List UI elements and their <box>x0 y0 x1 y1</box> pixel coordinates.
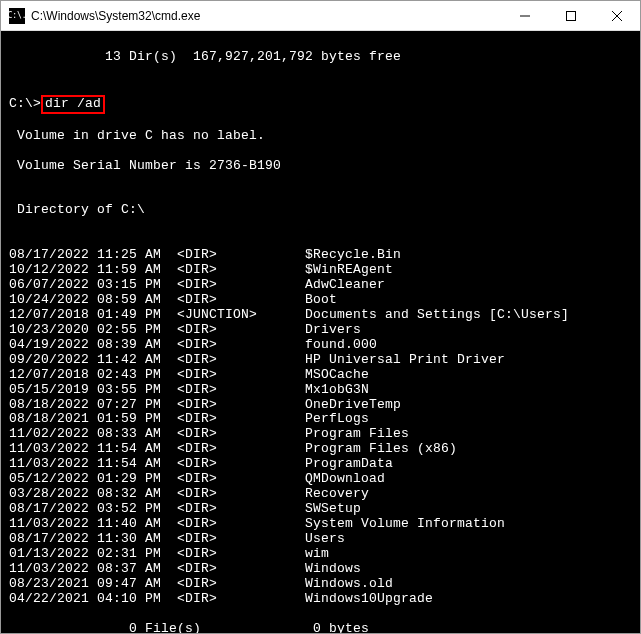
row-date: 11/03/2022 <box>9 442 97 457</box>
row-type: <DIR> <box>177 248 305 263</box>
listing-row: 10/23/202002:55 PM<DIR>Drivers <box>9 323 632 338</box>
listing-row: 04/22/202104:10 PM<DIR>Windows10Upgrade <box>9 592 632 607</box>
row-name: $WinREAgent <box>305 263 632 278</box>
row-name: OneDriveTemp <box>305 398 632 413</box>
row-time: 11:54 AM <box>97 442 177 457</box>
row-time: 11:54 AM <box>97 457 177 472</box>
maximize-icon <box>566 11 576 21</box>
row-name: ProgramData <box>305 457 632 472</box>
row-type: <DIR> <box>177 293 305 308</box>
row-time: 02:43 PM <box>97 368 177 383</box>
row-type: <DIR> <box>177 472 305 487</box>
row-name: System Volume Information <box>305 517 632 532</box>
row-date: 10/24/2022 <box>9 293 97 308</box>
file-summary-line: 0 File(s) 0 bytes <box>9 622 632 633</box>
row-time: 07:27 PM <box>97 398 177 413</box>
listing-row: 09/20/202211:42 AM<DIR>HP Universal Prin… <box>9 353 632 368</box>
row-type: <DIR> <box>177 562 305 577</box>
row-type: <DIR> <box>177 427 305 442</box>
row-date: 09/20/2022 <box>9 353 97 368</box>
row-type: <DIR> <box>177 353 305 368</box>
row-name: Windows10Upgrade <box>305 592 632 607</box>
row-type: <DIR> <box>177 457 305 472</box>
row-type: <DIR> <box>177 278 305 293</box>
row-date: 03/28/2022 <box>9 487 97 502</box>
listing-row: 08/17/202203:52 PM<DIR>SWSetup <box>9 502 632 517</box>
row-name: Drivers <box>305 323 632 338</box>
row-name: Program Files (x86) <box>305 442 632 457</box>
row-name: PerfLogs <box>305 412 632 427</box>
row-type: <DIR> <box>177 368 305 383</box>
listing-row: 11/03/202211:54 AM<DIR>ProgramData <box>9 457 632 472</box>
row-date: 10/23/2020 <box>9 323 97 338</box>
maximize-button[interactable] <box>548 1 594 31</box>
close-icon <box>612 11 622 21</box>
listing-row: 10/24/202208:59 AM<DIR>Boot <box>9 293 632 308</box>
console-area[interactable]: 13 Dir(s) 167,927,201,792 bytes free C:\… <box>1 31 640 633</box>
row-type: <DIR> <box>177 532 305 547</box>
close-button[interactable] <box>594 1 640 31</box>
row-date: 11/03/2022 <box>9 457 97 472</box>
row-date: 04/22/2021 <box>9 592 97 607</box>
cmd-window: C:\. C:\Windows\System32\cmd.exe 13 Dir(… <box>0 0 641 634</box>
window-title: C:\Windows\System32\cmd.exe <box>31 9 502 23</box>
row-time: 03:55 PM <box>97 383 177 398</box>
row-name: Boot <box>305 293 632 308</box>
row-name: SWSetup <box>305 502 632 517</box>
app-icon: C:\. <box>9 8 25 24</box>
row-time: 04:10 PM <box>97 592 177 607</box>
row-time: 11:40 AM <box>97 517 177 532</box>
row-name: QMDownload <box>305 472 632 487</box>
row-name: Windows.old <box>305 577 632 592</box>
listing-row: 10/12/202211:59 AM<DIR>$WinREAgent <box>9 263 632 278</box>
row-time: 11:59 AM <box>97 263 177 278</box>
row-name: MSOCache <box>305 368 632 383</box>
listing-row: 03/28/202208:32 AM<DIR>Recovery <box>9 487 632 502</box>
row-type: <DIR> <box>177 592 305 607</box>
listing-row: 11/03/202208:37 AM<DIR>Windows <box>9 562 632 577</box>
row-type: <DIR> <box>177 323 305 338</box>
listing-row: 08/18/202101:59 PM<DIR>PerfLogs <box>9 412 632 427</box>
row-name: AdwCleaner <box>305 278 632 293</box>
listing-row: 05/12/202201:29 PM<DIR>QMDownload <box>9 472 632 487</box>
row-date: 08/17/2022 <box>9 532 97 547</box>
row-type: <DIR> <box>177 442 305 457</box>
row-type: <DIR> <box>177 383 305 398</box>
row-type: <DIR> <box>177 338 305 353</box>
row-name: wim <box>305 547 632 562</box>
row-time: 01:49 PM <box>97 308 177 323</box>
row-type: <JUNCTION> <box>177 308 305 323</box>
row-time: 02:31 PM <box>97 547 177 562</box>
row-name: HP Universal Print Driver <box>305 353 632 368</box>
row-type: <DIR> <box>177 263 305 278</box>
row-date: 08/23/2021 <box>9 577 97 592</box>
row-date: 08/18/2022 <box>9 398 97 413</box>
row-time: 08:59 AM <box>97 293 177 308</box>
row-time: 01:29 PM <box>97 472 177 487</box>
row-type: <DIR> <box>177 577 305 592</box>
row-type: <DIR> <box>177 412 305 427</box>
minimize-icon <box>520 11 530 21</box>
command-highlight: dir /ad <box>41 95 105 114</box>
row-name: found.000 <box>305 338 632 353</box>
row-date: 01/13/2022 <box>9 547 97 562</box>
row-time: 03:15 PM <box>97 278 177 293</box>
listing-row: 11/02/202208:33 AM<DIR>Program Files <box>9 427 632 442</box>
row-date: 06/07/2022 <box>9 278 97 293</box>
row-date: 05/12/2022 <box>9 472 97 487</box>
prev-summary-line: 13 Dir(s) 167,927,201,792 bytes free <box>9 50 632 65</box>
row-date: 08/18/2021 <box>9 412 97 427</box>
row-name: Documents and Settings [C:\Users] <box>305 308 632 323</box>
row-time: 01:59 PM <box>97 412 177 427</box>
prompt-prefix: C:\> <box>9 96 41 111</box>
row-time: 03:52 PM <box>97 502 177 517</box>
minimize-button[interactable] <box>502 1 548 31</box>
row-date: 11/03/2022 <box>9 517 97 532</box>
row-name: Program Files <box>305 427 632 442</box>
row-date: 10/12/2022 <box>9 263 97 278</box>
listing-row: 05/15/201903:55 PM<DIR>Mx1obG3N <box>9 383 632 398</box>
directory-of-line: Directory of C:\ <box>9 203 632 218</box>
listing-row: 08/18/202207:27 PM<DIR>OneDriveTemp <box>9 398 632 413</box>
row-date: 12/07/2018 <box>9 308 97 323</box>
titlebar: C:\. C:\Windows\System32\cmd.exe <box>1 1 640 31</box>
